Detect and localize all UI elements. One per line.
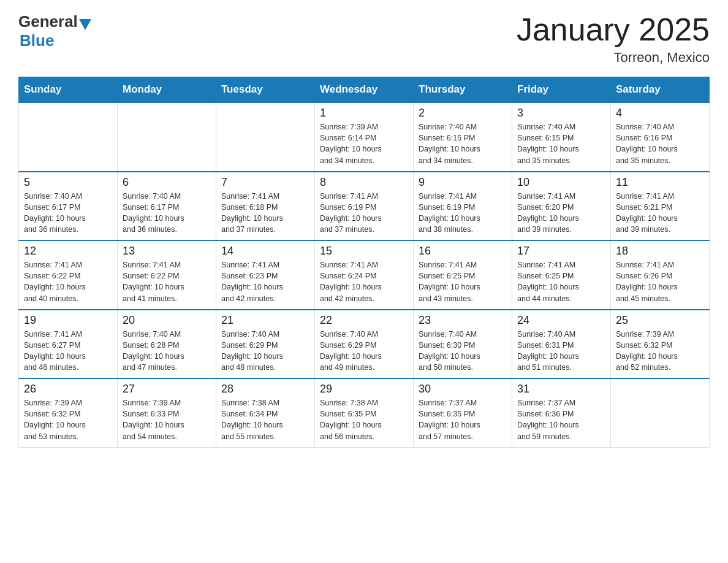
day-cell-21: 21Sunrise: 7:40 AMSunset: 6:29 PMDayligh…	[216, 310, 315, 379]
day-number-27: 27	[123, 383, 211, 396]
page-header: General Blue January 2025 Torreon, Mexic…	[18, 12, 710, 66]
day-cell-25: 25Sunrise: 7:39 AMSunset: 6:32 PMDayligh…	[611, 310, 710, 379]
day-number-23: 23	[419, 314, 507, 327]
day-number-16: 16	[419, 245, 507, 258]
day-info-26: Sunrise: 7:39 AMSunset: 6:32 PMDaylight:…	[24, 397, 112, 442]
day-cell-19: 19Sunrise: 7:41 AMSunset: 6:27 PMDayligh…	[19, 310, 118, 379]
day-info-30: Sunrise: 7:37 AMSunset: 6:35 PMDaylight:…	[419, 397, 507, 442]
header-friday: Friday	[512, 77, 611, 103]
calendar-table: SundayMondayTuesdayWednesdayThursdayFrid…	[18, 77, 710, 448]
day-info-23: Sunrise: 7:40 AMSunset: 6:30 PMDaylight:…	[419, 329, 507, 373]
empty-cell	[216, 102, 315, 172]
day-number-28: 28	[221, 383, 309, 396]
day-info-21: Sunrise: 7:40 AMSunset: 6:29 PMDaylight:…	[221, 329, 309, 373]
day-info-20: Sunrise: 7:40 AMSunset: 6:28 PMDaylight:…	[123, 329, 211, 373]
week-row-2: 5Sunrise: 7:40 AMSunset: 6:17 PMDaylight…	[19, 172, 710, 241]
header-thursday: Thursday	[414, 77, 512, 103]
day-cell-1: 1Sunrise: 7:39 AMSunset: 6:14 PMDaylight…	[315, 102, 414, 172]
day-cell-5: 5Sunrise: 7:40 AMSunset: 6:17 PMDaylight…	[19, 172, 118, 241]
title-block: January 2025 Torreon, Mexico	[517, 12, 710, 66]
logo-blue-text: Blue	[20, 31, 54, 50]
day-number-7: 7	[221, 176, 309, 189]
header-wednesday: Wednesday	[315, 77, 414, 103]
day-number-12: 12	[24, 245, 112, 258]
header-tuesday: Tuesday	[216, 77, 315, 103]
logo: General Blue	[18, 12, 93, 50]
empty-cell	[611, 378, 710, 447]
day-cell-10: 10Sunrise: 7:41 AMSunset: 6:20 PMDayligh…	[512, 172, 611, 241]
day-number-20: 20	[123, 314, 211, 327]
day-cell-28: 28Sunrise: 7:38 AMSunset: 6:34 PMDayligh…	[216, 378, 315, 447]
day-number-14: 14	[221, 245, 309, 258]
day-number-13: 13	[123, 245, 211, 258]
day-number-8: 8	[320, 176, 408, 189]
day-info-14: Sunrise: 7:41 AMSunset: 6:23 PMDaylight:…	[221, 259, 309, 304]
day-cell-22: 22Sunrise: 7:40 AMSunset: 6:29 PMDayligh…	[315, 310, 414, 379]
day-info-1: Sunrise: 7:39 AMSunset: 6:14 PMDaylight:…	[320, 121, 408, 166]
day-info-2: Sunrise: 7:40 AMSunset: 6:15 PMDaylight:…	[419, 121, 507, 166]
day-info-10: Sunrise: 7:41 AMSunset: 6:20 PMDaylight:…	[517, 191, 605, 236]
day-info-7: Sunrise: 7:41 AMSunset: 6:18 PMDaylight:…	[221, 191, 309, 236]
day-cell-30: 30Sunrise: 7:37 AMSunset: 6:35 PMDayligh…	[414, 378, 512, 447]
header-monday: Monday	[118, 77, 216, 103]
calendar-title: January 2025	[517, 12, 710, 47]
header-saturday: Saturday	[611, 77, 710, 103]
day-number-15: 15	[320, 245, 408, 258]
day-cell-20: 20Sunrise: 7:40 AMSunset: 6:28 PMDayligh…	[118, 310, 216, 379]
day-cell-17: 17Sunrise: 7:41 AMSunset: 6:25 PMDayligh…	[512, 240, 611, 310]
day-info-13: Sunrise: 7:41 AMSunset: 6:22 PMDaylight:…	[123, 259, 211, 304]
day-cell-4: 4Sunrise: 7:40 AMSunset: 6:16 PMDaylight…	[611, 102, 710, 172]
day-cell-9: 9Sunrise: 7:41 AMSunset: 6:19 PMDaylight…	[414, 172, 512, 241]
day-cell-7: 7Sunrise: 7:41 AMSunset: 6:18 PMDaylight…	[216, 172, 315, 241]
day-info-15: Sunrise: 7:41 AMSunset: 6:24 PMDaylight:…	[320, 259, 408, 304]
week-row-3: 12Sunrise: 7:41 AMSunset: 6:22 PMDayligh…	[19, 240, 710, 310]
day-number-19: 19	[24, 314, 112, 327]
day-info-17: Sunrise: 7:41 AMSunset: 6:25 PMDaylight:…	[517, 259, 605, 304]
day-info-9: Sunrise: 7:41 AMSunset: 6:19 PMDaylight:…	[419, 191, 507, 236]
day-info-11: Sunrise: 7:41 AMSunset: 6:21 PMDaylight:…	[616, 191, 704, 236]
day-number-9: 9	[419, 176, 507, 189]
day-cell-31: 31Sunrise: 7:37 AMSunset: 6:36 PMDayligh…	[512, 378, 611, 447]
day-number-1: 1	[320, 107, 408, 120]
day-cell-3: 3Sunrise: 7:40 AMSunset: 6:15 PMDaylight…	[512, 102, 611, 172]
week-row-5: 26Sunrise: 7:39 AMSunset: 6:32 PMDayligh…	[19, 378, 710, 447]
day-info-8: Sunrise: 7:41 AMSunset: 6:19 PMDaylight:…	[320, 191, 408, 236]
day-cell-14: 14Sunrise: 7:41 AMSunset: 6:23 PMDayligh…	[216, 240, 315, 310]
header-sunday: Sunday	[19, 77, 118, 103]
day-cell-27: 27Sunrise: 7:39 AMSunset: 6:33 PMDayligh…	[118, 378, 216, 447]
empty-cell	[19, 102, 118, 172]
day-cell-16: 16Sunrise: 7:41 AMSunset: 6:25 PMDayligh…	[414, 240, 512, 310]
day-number-24: 24	[517, 314, 605, 327]
day-number-17: 17	[517, 245, 605, 258]
day-cell-12: 12Sunrise: 7:41 AMSunset: 6:22 PMDayligh…	[19, 240, 118, 310]
logo-triangle-icon	[79, 19, 91, 30]
day-info-3: Sunrise: 7:40 AMSunset: 6:15 PMDaylight:…	[517, 121, 605, 166]
day-cell-6: 6Sunrise: 7:40 AMSunset: 6:17 PMDaylight…	[118, 172, 216, 241]
day-cell-29: 29Sunrise: 7:38 AMSunset: 6:35 PMDayligh…	[315, 378, 414, 447]
calendar-subtitle: Torreon, Mexico	[517, 50, 710, 66]
day-info-22: Sunrise: 7:40 AMSunset: 6:29 PMDaylight:…	[320, 329, 408, 373]
day-info-12: Sunrise: 7:41 AMSunset: 6:22 PMDaylight:…	[24, 259, 112, 304]
day-number-11: 11	[616, 176, 704, 189]
day-cell-26: 26Sunrise: 7:39 AMSunset: 6:32 PMDayligh…	[19, 378, 118, 447]
day-number-31: 31	[517, 383, 605, 396]
day-cell-15: 15Sunrise: 7:41 AMSunset: 6:24 PMDayligh…	[315, 240, 414, 310]
day-number-21: 21	[221, 314, 309, 327]
day-info-18: Sunrise: 7:41 AMSunset: 6:26 PMDaylight:…	[616, 259, 704, 304]
day-number-29: 29	[320, 383, 408, 396]
day-number-2: 2	[419, 107, 507, 120]
day-info-19: Sunrise: 7:41 AMSunset: 6:27 PMDaylight:…	[24, 329, 112, 373]
day-cell-18: 18Sunrise: 7:41 AMSunset: 6:26 PMDayligh…	[611, 240, 710, 310]
day-info-5: Sunrise: 7:40 AMSunset: 6:17 PMDaylight:…	[24, 191, 112, 236]
day-info-25: Sunrise: 7:39 AMSunset: 6:32 PMDaylight:…	[616, 329, 704, 373]
day-cell-13: 13Sunrise: 7:41 AMSunset: 6:22 PMDayligh…	[118, 240, 216, 310]
day-cell-24: 24Sunrise: 7:40 AMSunset: 6:31 PMDayligh…	[512, 310, 611, 379]
day-info-28: Sunrise: 7:38 AMSunset: 6:34 PMDaylight:…	[221, 397, 309, 442]
empty-cell	[118, 102, 216, 172]
day-number-26: 26	[24, 383, 112, 396]
day-cell-11: 11Sunrise: 7:41 AMSunset: 6:21 PMDayligh…	[611, 172, 710, 241]
week-row-1: 1Sunrise: 7:39 AMSunset: 6:14 PMDaylight…	[19, 102, 710, 172]
day-info-24: Sunrise: 7:40 AMSunset: 6:31 PMDaylight:…	[517, 329, 605, 373]
day-number-4: 4	[616, 107, 704, 120]
day-info-31: Sunrise: 7:37 AMSunset: 6:36 PMDaylight:…	[517, 397, 605, 442]
